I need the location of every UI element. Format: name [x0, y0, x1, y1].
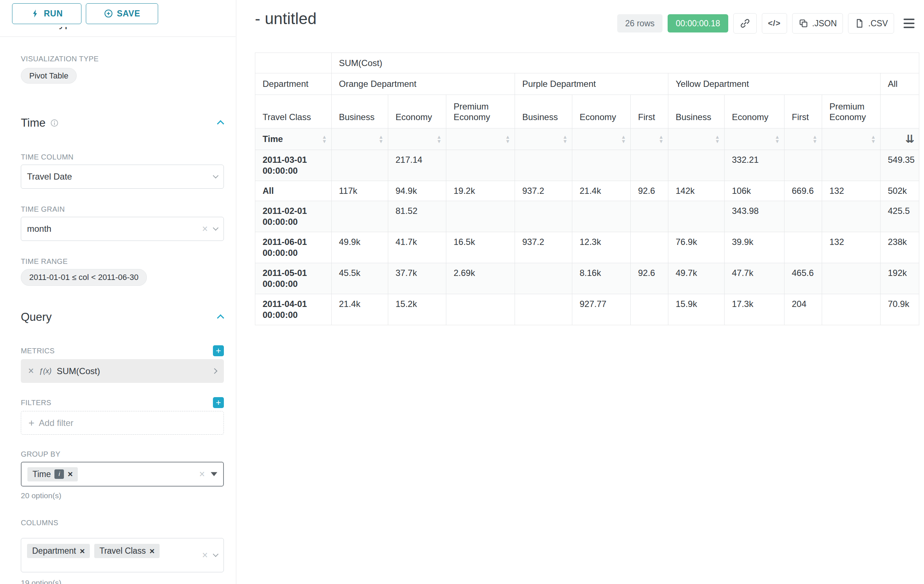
- save-label: SAVE: [117, 9, 140, 19]
- remove-metric-icon[interactable]: ×: [28, 365, 34, 377]
- col-header: Economy: [388, 95, 446, 128]
- data-cell: [572, 201, 631, 232]
- results-toolbar: 26 rows 00:00:00.18 </> .JSON .CSV: [255, 13, 919, 34]
- info-badge-icon: i: [54, 469, 64, 479]
- all-col-header: All: [881, 73, 919, 95]
- plus-circle-icon: [104, 9, 113, 18]
- data-cell: [446, 201, 515, 232]
- data-cell: 238k: [881, 232, 919, 263]
- columns-chip[interactable]: Travel Class ×: [94, 544, 160, 558]
- file-icon: [854, 18, 865, 28]
- chevron-down-icon: [213, 225, 219, 231]
- sort-cell: ▲▼: [446, 128, 515, 150]
- clear-icon[interactable]: ×: [202, 550, 208, 560]
- visualization-type-value[interactable]: Pivot Table: [21, 68, 77, 84]
- group-by-select[interactable]: Time i × ×: [21, 462, 224, 487]
- data-cell: 12.3k: [572, 232, 631, 263]
- sort-icon[interactable]: ▲▼: [563, 135, 568, 143]
- sort-icon[interactable]: ▲▼: [715, 135, 720, 143]
- data-cell: 94.9k: [388, 181, 446, 201]
- metrics-header-row: METRICS +: [21, 345, 224, 356]
- data-cell: [446, 150, 515, 181]
- data-cell: 502k: [881, 181, 919, 201]
- code-icon: </>: [768, 19, 781, 28]
- columns-select[interactable]: Department × Travel Class × ×: [21, 538, 224, 572]
- lightning-icon: [31, 9, 40, 18]
- data-cell: 8.16k: [572, 263, 631, 294]
- sort-icon[interactable]: ▲▼: [775, 135, 780, 143]
- row-label: 2011-03-01 00:00:00: [255, 150, 332, 181]
- travel-class-header: Travel Class: [255, 95, 332, 128]
- data-cell: 217.14: [388, 150, 446, 181]
- data-cell: 343.98: [724, 201, 784, 232]
- sort-icon[interactable]: ▲▼: [621, 135, 626, 143]
- data-cell: [784, 150, 822, 181]
- data-cell: 70.9k: [881, 294, 919, 325]
- data-cell: 332.21: [724, 150, 784, 181]
- time-range-label: TIME RANGE: [21, 257, 224, 265]
- data-cell: 937.2: [515, 181, 572, 201]
- row-count-badge: 26 rows: [617, 14, 663, 33]
- sort-icon[interactable]: ▲▼: [871, 135, 876, 143]
- columns-chip[interactable]: Department ×: [27, 544, 90, 558]
- control-panel-content: VISUALIZATION TYPE Pivot Table Time TIME…: [21, 37, 224, 584]
- col-header: [881, 95, 919, 128]
- metric-chip[interactable]: × ƒ(x) SUM(Cost): [21, 359, 224, 383]
- table-row: All117k94.9k19.2k937.221.4k92.6142k106k6…: [255, 181, 919, 201]
- chevron-right-icon: [212, 368, 218, 374]
- data-cell: 927.77: [572, 294, 631, 325]
- collapse-query-icon[interactable]: [217, 314, 224, 322]
- data-cell: 192k: [881, 263, 919, 294]
- col-group-header: Purple Department: [515, 73, 668, 95]
- action-bar: RUN SAVE: [0, 0, 236, 27]
- time-grain-label: TIME GRAIN: [21, 205, 224, 213]
- time-range-value[interactable]: 2011-01-01 ≤ col < 2011-06-30: [21, 269, 147, 286]
- data-cell: 81.52: [388, 201, 446, 232]
- table-row: 2011-06-01 00:00:0049.9k41.7k16.5k937.21…: [255, 232, 919, 263]
- sort-cell: ▲▼: [631, 128, 668, 150]
- col-header: Business: [332, 95, 388, 128]
- col-header: Premium Economy: [446, 95, 515, 128]
- save-button[interactable]: SAVE: [86, 3, 158, 24]
- query-section-title: Query: [21, 311, 51, 324]
- add-filter-placeholder: Add filter: [39, 418, 73, 428]
- add-filter-button[interactable]: +: [213, 397, 224, 408]
- remove-chip-icon[interactable]: ×: [68, 470, 73, 478]
- run-button[interactable]: RUN: [12, 3, 81, 24]
- data-cell: 132: [822, 232, 881, 263]
- data-cell: 45.5k: [332, 263, 388, 294]
- data-cell: [515, 201, 572, 232]
- sort-icon[interactable]: ▲▼: [658, 135, 663, 143]
- add-metric-button[interactable]: +: [213, 345, 224, 356]
- time-column-label: TIME COLUMN: [21, 153, 224, 161]
- table-row: 2011-02-01 00:00:0081.52343.98425.5: [255, 201, 919, 232]
- export-json-button[interactable]: .JSON: [792, 13, 843, 34]
- clear-icon[interactable]: ×: [199, 469, 205, 479]
- export-csv-button[interactable]: .CSV: [848, 13, 894, 34]
- menu-button[interactable]: [899, 13, 919, 34]
- add-filter-dropzone[interactable]: + Add filter: [21, 411, 224, 435]
- sort-icon[interactable]: ▲▼: [322, 135, 327, 143]
- json-label: .JSON: [812, 19, 837, 28]
- embed-code-button[interactable]: </>: [762, 13, 787, 34]
- share-link-button[interactable]: [733, 13, 757, 34]
- remove-chip-icon[interactable]: ×: [149, 548, 155, 555]
- sort-icon[interactable]: ▲▼: [505, 135, 510, 143]
- chip-label: Time: [33, 469, 51, 479]
- visualization-type-label: VISUALIZATION TYPE: [21, 55, 224, 63]
- remove-chip-icon[interactable]: ×: [79, 548, 85, 555]
- caret-down-icon: [211, 472, 217, 476]
- time-grain-select[interactable]: month ×: [21, 217, 224, 241]
- filters-header-row: FILTERS +: [21, 397, 224, 408]
- copy-icon: [799, 18, 808, 28]
- group-by-chip[interactable]: Time i ×: [27, 467, 78, 482]
- collapse-time-icon[interactable]: [217, 120, 224, 127]
- sort-icon[interactable]: ▲▼: [436, 135, 442, 143]
- sort-icon[interactable]: ▲▼: [378, 135, 383, 143]
- sort-icon[interactable]: ▲▼: [812, 135, 817, 143]
- data-cell: [332, 201, 388, 232]
- sort-desc-icon[interactable]: ⇊: [905, 133, 914, 145]
- data-cell: [822, 263, 881, 294]
- time-column-select[interactable]: Travel Date: [21, 165, 224, 189]
- clear-icon[interactable]: ×: [202, 224, 208, 234]
